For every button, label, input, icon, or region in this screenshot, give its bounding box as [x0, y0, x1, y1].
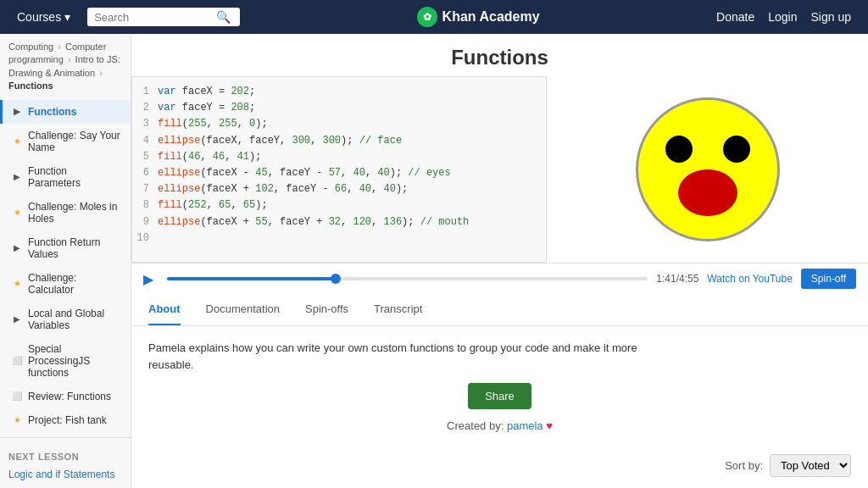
left-eye	[665, 136, 693, 163]
breadcrumb-computing[interactable]: Computing	[8, 42, 53, 52]
sidebar-item-8[interactable]: ⬜Review: Functions	[0, 385, 131, 408]
sidebar-icon-5: ★	[11, 278, 23, 290]
code-line-6: 6ellipse(faceX - 45, faceY - 57, 40, 40)…	[132, 165, 546, 181]
sidebar-item-0[interactable]: ▶Functions	[0, 100, 131, 124]
code-line-2: 2var faceY = 208;	[132, 100, 546, 116]
tab-transcript[interactable]: Transcript	[374, 294, 422, 325]
sidebar-item-1[interactable]: ★Challenge: Say Your Name	[0, 124, 131, 159]
video-section: 1var faceX = 202;2var faceY = 208;3fill(…	[131, 76, 868, 263]
logo-text: Khan Academy	[442, 9, 540, 25]
time-total: 4:55	[679, 273, 698, 285]
sidebar-icon-4: ▶	[11, 242, 23, 254]
sidebar-icon-0: ▶	[11, 106, 23, 118]
code-line-4: 4ellipse(faceX, faceY, 300, 300); // fac…	[132, 133, 546, 149]
courses-menu[interactable]: Courses ▾	[17, 10, 70, 24]
right-eye	[723, 136, 750, 163]
sort-label: Sort by:	[725, 459, 763, 472]
sort-row: Sort by: Top VotedRecentOldest	[131, 446, 868, 485]
sidebar-label-2: Function Parameters	[28, 165, 122, 189]
sidebar-item-3[interactable]: ★Challenge: Moles in Holes	[0, 195, 131, 230]
sidebar-label-1: Challenge: Say Your Name	[28, 130, 122, 153]
site-logo: ✿ Khan Academy	[257, 7, 699, 27]
next-lesson-label: Next lesson	[0, 443, 131, 465]
code-line-10: 10	[132, 230, 546, 247]
sidebar-items: ▶Functions★Challenge: Say Your Name▶Func…	[0, 100, 131, 432]
video-controls: ▶ 1:41/4:55 Watch on YouTube Spin-off	[131, 263, 868, 294]
sidebar-label-7: Special ProcessingJS functions	[28, 343, 122, 379]
courses-chevron: ▾	[64, 10, 70, 24]
about-section: Pamela explains how you can write your o…	[131, 326, 868, 446]
logo-icon: ✿	[417, 7, 437, 27]
sidebar: Computing › Computer programming › Intro…	[0, 34, 131, 488]
code-line-3: 3fill(255, 255, 0);	[132, 116, 546, 132]
signup-link[interactable]: Sign up	[811, 10, 851, 24]
heart-icon: ♥	[546, 419, 553, 432]
code-line-8: 8fill(252, 65, 65);	[132, 197, 546, 214]
code-line-7: 7ellipse(faceX + 102, faceY - 66, 40, 40…	[132, 181, 546, 197]
sidebar-label-5: Challenge: Calculator	[28, 272, 122, 296]
sidebar-item-7[interactable]: ⬜Special ProcessingJS functions	[0, 337, 131, 385]
about-description: Pamela explains how you can write your o…	[148, 340, 657, 373]
progress-thumb	[331, 274, 341, 284]
sidebar-icon-2: ▶	[11, 171, 23, 183]
sidebar-item-9[interactable]: ★Project: Fish tank	[0, 408, 131, 432]
sidebar-label-4: Function Return Values	[28, 236, 122, 260]
sidebar-icon-3: ★	[11, 207, 23, 219]
preview-panel	[547, 76, 868, 263]
code-line-1: 1var faceX = 202;	[132, 84, 546, 100]
sidebar-item-5[interactable]: ★Challenge: Calculator	[0, 266, 131, 302]
search-box[interactable]: 🔍	[87, 8, 240, 26]
main-layout: Computing › Computer programming › Intro…	[0, 34, 868, 488]
login-link[interactable]: Login	[768, 10, 797, 24]
next-lesson-name[interactable]: Logic and if Statements	[0, 465, 131, 484]
watch-youtube-link[interactable]: Watch on YouTube	[707, 273, 793, 285]
tab-about[interactable]: About	[148, 294, 181, 325]
created-by-label: Created by:	[447, 419, 504, 432]
tabs-section: AboutDocumentationSpin-offsTranscript	[131, 294, 868, 326]
search-input[interactable]	[94, 11, 213, 24]
progress-bar-fill	[167, 277, 336, 280]
time-display: 1:41/4:55	[656, 273, 698, 285]
mouth	[678, 169, 737, 216]
share-button[interactable]: Share	[468, 383, 531, 409]
courses-label: Courses	[17, 10, 61, 24]
sidebar-label-6: Local and Global Variables	[28, 308, 122, 331]
sort-select[interactable]: Top VotedRecentOldest	[770, 454, 851, 477]
tab-spin-offs[interactable]: Spin-offs	[305, 294, 348, 325]
tab-documentation[interactable]: Documentation	[206, 294, 280, 325]
smiley-face-container	[636, 97, 780, 241]
code-line-5: 5fill(46, 46, 41);	[132, 149, 546, 165]
sidebar-item-6[interactable]: ▶Local and Global Variables	[0, 302, 131, 337]
navbar: Courses ▾ 🔍 ✿ Khan Academy Donate Login …	[0, 0, 868, 34]
breadcrumb-current: Functions	[8, 80, 53, 91]
breadcrumb: Computing › Computer programming › Intro…	[0, 34, 131, 100]
progress-bar[interactable]	[167, 277, 648, 280]
navbar-right: Donate Login Sign up	[716, 10, 851, 24]
sidebar-item-4[interactable]: ▶Function Return Values	[0, 230, 131, 266]
sidebar-label-9: Project: Fish tank	[28, 414, 107, 426]
search-icon: 🔍	[216, 10, 231, 24]
spin-off-button[interactable]: Spin-off	[801, 269, 856, 289]
sidebar-icon-1: ★	[11, 136, 23, 147]
sidebar-item-2[interactable]: ▶Function Parameters	[0, 159, 131, 195]
sidebar-label-8: Review: Functions	[28, 391, 111, 402]
time-current: 1:41	[656, 273, 676, 285]
sidebar-icon-6: ▶	[11, 313, 23, 325]
page-title: Functions	[131, 34, 868, 76]
donate-button[interactable]: Donate	[716, 10, 754, 24]
code-line-9: 9ellipse(faceX + 55, faceY + 32, 120, 13…	[132, 214, 546, 230]
sidebar-icon-9: ★	[11, 414, 23, 426]
sidebar-label-0: Functions	[28, 106, 76, 118]
sidebar-icon-7: ⬜	[11, 355, 23, 367]
created-by: Created by: pamela ♥	[148, 419, 851, 432]
play-button[interactable]: ▶	[143, 271, 159, 286]
sidebar-label-3: Challenge: Moles in Holes	[28, 201, 122, 225]
sidebar-icon-8: ⬜	[11, 391, 23, 402]
code-panel: 1var faceX = 202;2var faceY = 208;3fill(…	[131, 76, 547, 263]
sidebar-divider	[0, 437, 131, 438]
author-link[interactable]: pamela	[507, 419, 543, 432]
content-area: Functions 1var faceX = 202;2var faceY = …	[131, 34, 868, 488]
